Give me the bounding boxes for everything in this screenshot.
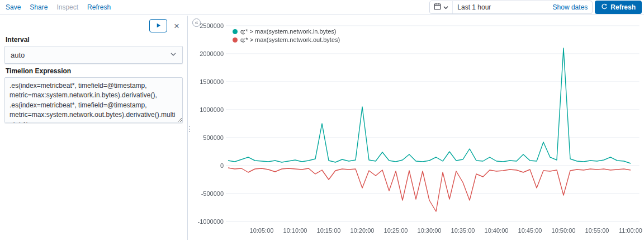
y-tick-label: -1000000 <box>198 218 224 225</box>
timelion-editor-panel: × Interval auto Timelion Expression .es(… <box>0 16 188 240</box>
timelion-chart-svg[interactable]: 25000002000000150000010000005000000-5000… <box>197 16 644 239</box>
chevron-down-icon <box>170 51 177 59</box>
x-tick-label: 10:20:00 <box>351 227 375 234</box>
x-tick-label: 10:45:00 <box>518 227 542 234</box>
time-picker: Last 1 hour Show dates Refresh <box>429 1 642 14</box>
y-tick-label: 2500000 <box>200 22 224 29</box>
x-tick-label: 10:35:00 <box>451 227 475 234</box>
y-tick-label: 2000000 <box>200 50 224 57</box>
x-tick-label: 10:15:00 <box>317 227 341 234</box>
chevron-down-icon <box>443 2 448 12</box>
chart-legend: q:* > max(system.network.in.bytes) q:* >… <box>233 28 340 45</box>
x-tick-label: 10:25:00 <box>384 227 408 234</box>
legend-item-network-in[interactable]: q:* > max(system.network.in.bytes) <box>233 28 340 35</box>
top-menu-bar: Save Share Inspect Refresh Last 1 hour S… <box>0 0 644 15</box>
expression-label: Timelion Expression <box>6 67 182 75</box>
refresh-icon <box>601 3 608 12</box>
time-range-value[interactable]: Last 1 hour <box>453 3 548 11</box>
app-action-menu: Save Share Inspect Refresh <box>0 3 111 11</box>
series-line-0 <box>228 48 631 163</box>
x-tick-label: 10:10:00 <box>283 227 307 234</box>
drag-handle-icon[interactable]: ⋮ <box>186 124 193 133</box>
interval-label: Interval <box>6 36 182 44</box>
y-tick-label: 1500000 <box>200 78 224 85</box>
play-icon <box>155 22 162 30</box>
y-tick-label: 1000000 <box>200 106 224 113</box>
legend-item-network-out[interactable]: q:* > max(system.network.out.bytes) <box>233 36 340 43</box>
interval-selected-value: auto <box>11 51 25 59</box>
close-icon[interactable]: × <box>173 21 181 31</box>
run-expression-button[interactable] <box>149 19 167 32</box>
series-line-1 <box>228 168 631 211</box>
refresh-menu-button[interactable]: Refresh <box>87 3 111 11</box>
share-button[interactable]: Share <box>30 3 48 11</box>
y-tick-label: 500000 <box>203 134 224 141</box>
x-tick-label: 10:40:00 <box>485 227 509 234</box>
x-tick-label: 10:55:00 <box>585 227 609 234</box>
x-tick-label: 10:05:00 <box>250 227 274 234</box>
inspect-button[interactable]: Inspect <box>56 3 78 11</box>
legend-dot-out <box>233 37 238 43</box>
y-tick-label: -500000 <box>201 190 224 197</box>
legend-dot-in <box>233 29 238 34</box>
editor-toolbar: × <box>4 19 181 32</box>
interval-select[interactable]: auto <box>4 46 183 64</box>
refresh-button[interactable]: Refresh <box>595 1 642 14</box>
timelion-expression-input[interactable]: .es(index=metricbeat*, timefield=@timest… <box>4 77 183 123</box>
x-tick-label: 10:50:00 <box>552 227 576 234</box>
legend-label-in: q:* > max(system.network.in.bytes) <box>240 28 336 35</box>
x-tick-label: 11:00:00 <box>619 227 642 234</box>
show-dates-button[interactable]: Show dates <box>548 3 593 11</box>
x-tick-label: 10:30:00 <box>418 227 442 234</box>
save-button[interactable]: Save <box>6 3 21 11</box>
legend-label-out: q:* > max(system.network.out.bytes) <box>240 36 340 43</box>
refresh-button-label: Refresh <box>610 3 636 11</box>
timelion-chart-panel: q:* > max(system.network.in.bytes) q:* >… <box>197 16 644 240</box>
y-tick-label: 0 <box>220 162 224 169</box>
date-picker-group: Last 1 hour Show dates <box>429 1 593 14</box>
calendar-icon <box>434 2 441 12</box>
date-picker-toggle[interactable] <box>430 1 453 13</box>
